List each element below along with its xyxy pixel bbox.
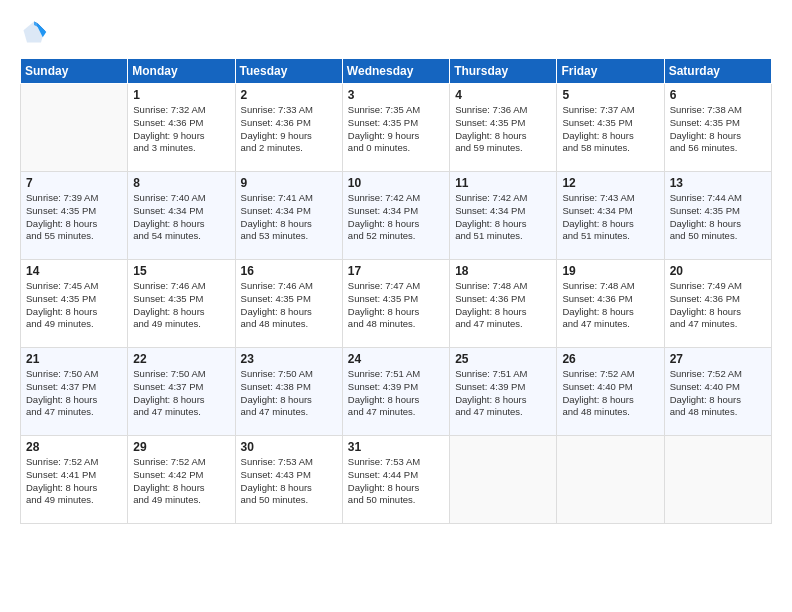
cell-info-line: and 49 minutes.: [26, 318, 122, 331]
cell-info-line: Sunset: 4:39 PM: [455, 381, 551, 394]
calendar-cell: 4Sunrise: 7:36 AMSunset: 4:35 PMDaylight…: [450, 84, 557, 172]
cell-info-line: and 49 minutes.: [133, 494, 229, 507]
cell-info-line: Sunrise: 7:50 AM: [26, 368, 122, 381]
cell-info-line: and 55 minutes.: [26, 230, 122, 243]
week-row-2: 7Sunrise: 7:39 AMSunset: 4:35 PMDaylight…: [21, 172, 772, 260]
cell-info-line: and 50 minutes.: [348, 494, 444, 507]
day-number: 11: [455, 176, 551, 190]
cell-info-line: Sunrise: 7:32 AM: [133, 104, 229, 117]
cell-info-line: Sunrise: 7:42 AM: [348, 192, 444, 205]
calendar-cell: 26Sunrise: 7:52 AMSunset: 4:40 PMDayligh…: [557, 348, 664, 436]
cell-info-line: Sunset: 4:42 PM: [133, 469, 229, 482]
cell-info-line: Sunrise: 7:51 AM: [348, 368, 444, 381]
cell-info-line: and 47 minutes.: [670, 318, 766, 331]
cell-info-line: Daylight: 8 hours: [455, 306, 551, 319]
cell-info-line: and 47 minutes.: [26, 406, 122, 419]
calendar-cell: 25Sunrise: 7:51 AMSunset: 4:39 PMDayligh…: [450, 348, 557, 436]
cell-info-line: Sunset: 4:37 PM: [26, 381, 122, 394]
cell-info-line: Sunrise: 7:52 AM: [26, 456, 122, 469]
cell-info-line: and 50 minutes.: [670, 230, 766, 243]
calendar-cell: [664, 436, 771, 524]
day-number: 26: [562, 352, 658, 366]
cell-info-line: Sunrise: 7:38 AM: [670, 104, 766, 117]
cell-info-line: Sunset: 4:34 PM: [133, 205, 229, 218]
cell-info-line: Sunrise: 7:43 AM: [562, 192, 658, 205]
calendar-cell: 19Sunrise: 7:48 AMSunset: 4:36 PMDayligh…: [557, 260, 664, 348]
cell-info-line: Sunset: 4:38 PM: [241, 381, 337, 394]
calendar-cell: [557, 436, 664, 524]
cell-info-line: Sunset: 4:34 PM: [241, 205, 337, 218]
cell-info-line: and 50 minutes.: [241, 494, 337, 507]
calendar-cell: 21Sunrise: 7:50 AMSunset: 4:37 PMDayligh…: [21, 348, 128, 436]
cell-info-line: Daylight: 8 hours: [670, 130, 766, 143]
calendar-cell: 11Sunrise: 7:42 AMSunset: 4:34 PMDayligh…: [450, 172, 557, 260]
logo-icon: [20, 18, 48, 46]
week-row-1: 1Sunrise: 7:32 AMSunset: 4:36 PMDaylight…: [21, 84, 772, 172]
day-number: 9: [241, 176, 337, 190]
calendar-cell: 20Sunrise: 7:49 AMSunset: 4:36 PMDayligh…: [664, 260, 771, 348]
cell-info-line: Sunrise: 7:46 AM: [133, 280, 229, 293]
cell-info-line: Sunrise: 7:48 AM: [562, 280, 658, 293]
page: SundayMondayTuesdayWednesdayThursdayFrid…: [0, 0, 792, 612]
cell-info-line: Sunset: 4:35 PM: [241, 293, 337, 306]
calendar-cell: 29Sunrise: 7:52 AMSunset: 4:42 PMDayligh…: [128, 436, 235, 524]
week-row-4: 21Sunrise: 7:50 AMSunset: 4:37 PMDayligh…: [21, 348, 772, 436]
calendar-cell: 15Sunrise: 7:46 AMSunset: 4:35 PMDayligh…: [128, 260, 235, 348]
cell-info-line: Sunrise: 7:52 AM: [670, 368, 766, 381]
cell-info-line: Daylight: 8 hours: [562, 306, 658, 319]
day-number: 20: [670, 264, 766, 278]
day-number: 18: [455, 264, 551, 278]
cell-info-line: and 48 minutes.: [670, 406, 766, 419]
cell-info-line: Sunset: 4:35 PM: [670, 117, 766, 130]
cell-info-line: Daylight: 8 hours: [455, 394, 551, 407]
week-row-5: 28Sunrise: 7:52 AMSunset: 4:41 PMDayligh…: [21, 436, 772, 524]
cell-info-line: Daylight: 8 hours: [241, 218, 337, 231]
calendar-cell: 24Sunrise: 7:51 AMSunset: 4:39 PMDayligh…: [342, 348, 449, 436]
cell-info-line: and 47 minutes.: [562, 318, 658, 331]
cell-info-line: Daylight: 8 hours: [670, 394, 766, 407]
cell-info-line: and 48 minutes.: [562, 406, 658, 419]
cell-info-line: Sunset: 4:35 PM: [455, 117, 551, 130]
calendar-cell: 27Sunrise: 7:52 AMSunset: 4:40 PMDayligh…: [664, 348, 771, 436]
day-number: 6: [670, 88, 766, 102]
day-number: 5: [562, 88, 658, 102]
cell-info-line: Sunset: 4:36 PM: [670, 293, 766, 306]
cell-info-line: Daylight: 8 hours: [241, 306, 337, 319]
cell-info-line: Daylight: 8 hours: [562, 394, 658, 407]
cell-info-line: Sunrise: 7:53 AM: [348, 456, 444, 469]
cell-info-line: Sunrise: 7:36 AM: [455, 104, 551, 117]
cell-info-line: Daylight: 9 hours: [348, 130, 444, 143]
cell-info-line: Sunrise: 7:42 AM: [455, 192, 551, 205]
cell-info-line: Daylight: 8 hours: [133, 482, 229, 495]
cell-info-line: Sunrise: 7:41 AM: [241, 192, 337, 205]
calendar-cell: 13Sunrise: 7:44 AMSunset: 4:35 PMDayligh…: [664, 172, 771, 260]
day-number: 27: [670, 352, 766, 366]
calendar-cell: 18Sunrise: 7:48 AMSunset: 4:36 PMDayligh…: [450, 260, 557, 348]
cell-info-line: Sunrise: 7:39 AM: [26, 192, 122, 205]
calendar-cell: 9Sunrise: 7:41 AMSunset: 4:34 PMDaylight…: [235, 172, 342, 260]
cell-info-line: Daylight: 8 hours: [133, 218, 229, 231]
day-number: 12: [562, 176, 658, 190]
cell-info-line: Daylight: 8 hours: [26, 218, 122, 231]
calendar-cell: 17Sunrise: 7:47 AMSunset: 4:35 PMDayligh…: [342, 260, 449, 348]
cell-info-line: and 49 minutes.: [26, 494, 122, 507]
cell-info-line: and 56 minutes.: [670, 142, 766, 155]
calendar-cell: 8Sunrise: 7:40 AMSunset: 4:34 PMDaylight…: [128, 172, 235, 260]
cell-info-line: Sunset: 4:36 PM: [241, 117, 337, 130]
cell-info-line: Sunset: 4:44 PM: [348, 469, 444, 482]
weekday-wednesday: Wednesday: [342, 59, 449, 84]
cell-info-line: and 48 minutes.: [241, 318, 337, 331]
cell-info-line: Daylight: 8 hours: [133, 306, 229, 319]
logo: [20, 18, 52, 46]
cell-info-line: Sunset: 4:36 PM: [455, 293, 551, 306]
cell-info-line: Daylight: 9 hours: [133, 130, 229, 143]
calendar-cell: 30Sunrise: 7:53 AMSunset: 4:43 PMDayligh…: [235, 436, 342, 524]
cell-info-line: Daylight: 8 hours: [670, 218, 766, 231]
week-row-3: 14Sunrise: 7:45 AMSunset: 4:35 PMDayligh…: [21, 260, 772, 348]
cell-info-line: Sunset: 4:41 PM: [26, 469, 122, 482]
cell-info-line: Sunset: 4:40 PM: [562, 381, 658, 394]
calendar-cell: 5Sunrise: 7:37 AMSunset: 4:35 PMDaylight…: [557, 84, 664, 172]
calendar-cell: 2Sunrise: 7:33 AMSunset: 4:36 PMDaylight…: [235, 84, 342, 172]
cell-info-line: Sunset: 4:34 PM: [455, 205, 551, 218]
cell-info-line: Sunrise: 7:48 AM: [455, 280, 551, 293]
